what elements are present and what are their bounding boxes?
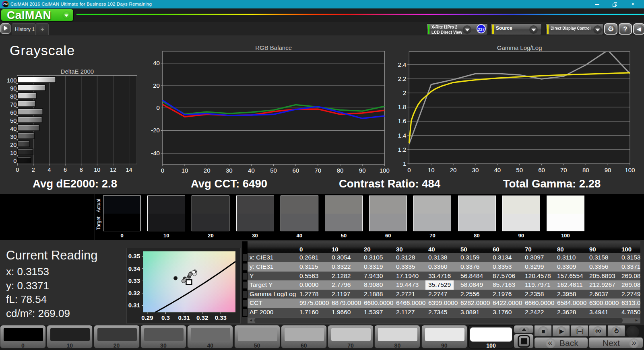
svg-text:6: 6 xyxy=(64,167,67,173)
svg-text:0.29: 0.29 xyxy=(141,314,153,321)
svg-text:12: 12 xyxy=(110,167,116,173)
svg-text:2: 2 xyxy=(32,167,35,173)
svg-text:90: 90 xyxy=(359,167,366,174)
svg-text:20: 20 xyxy=(204,167,211,174)
svg-text:1: 1 xyxy=(403,160,406,167)
svg-text:-20: -20 xyxy=(151,127,160,134)
svg-text:0: 0 xyxy=(407,167,411,173)
svg-text:2: 2 xyxy=(403,89,406,96)
svg-text:70: 70 xyxy=(315,167,322,174)
svg-text:-40: -40 xyxy=(151,150,160,156)
svg-text:60: 60 xyxy=(292,167,299,174)
svg-text:0.33: 0.33 xyxy=(215,314,227,321)
svg-text:1.8: 1.8 xyxy=(398,103,406,110)
svg-text:20: 20 xyxy=(153,82,160,89)
svg-text:60: 60 xyxy=(538,167,545,173)
svg-text:30: 30 xyxy=(10,134,17,140)
svg-text:40: 40 xyxy=(10,126,17,132)
svg-text:0.33: 0.33 xyxy=(128,277,140,284)
svg-text:0.32: 0.32 xyxy=(128,290,140,296)
svg-text:80: 80 xyxy=(582,167,589,173)
svg-text:0.32: 0.32 xyxy=(196,314,208,321)
svg-text:0: 0 xyxy=(13,158,17,164)
svg-text:80: 80 xyxy=(10,93,17,100)
svg-text:10: 10 xyxy=(428,167,435,173)
svg-text:50: 50 xyxy=(516,167,523,173)
svg-text:10: 10 xyxy=(182,167,188,174)
svg-text:1.2: 1.2 xyxy=(398,146,406,153)
svg-text:70: 70 xyxy=(10,101,17,108)
svg-text:14: 14 xyxy=(126,167,132,173)
svg-text:2.2: 2.2 xyxy=(398,75,406,82)
svg-text:40: 40 xyxy=(153,60,160,66)
svg-text:100: 100 xyxy=(625,167,635,173)
svg-text:50: 50 xyxy=(270,167,277,174)
svg-text:DeltaE 2000: DeltaE 2000 xyxy=(61,68,94,75)
svg-text:80: 80 xyxy=(337,167,344,174)
svg-text:0: 0 xyxy=(16,167,19,173)
svg-text:30: 30 xyxy=(226,167,233,174)
svg-text:40: 40 xyxy=(248,167,255,174)
svg-text:100: 100 xyxy=(7,77,17,84)
svg-text:20: 20 xyxy=(450,167,457,173)
svg-text:70: 70 xyxy=(560,167,567,173)
svg-text:10: 10 xyxy=(94,167,100,173)
svg-text:1.6: 1.6 xyxy=(398,117,406,124)
svg-text:0.31: 0.31 xyxy=(128,302,140,309)
svg-text:1.4: 1.4 xyxy=(398,132,406,139)
svg-text:20: 20 xyxy=(10,142,17,148)
svg-text:90: 90 xyxy=(605,167,611,173)
svg-text:2.4: 2.4 xyxy=(398,61,406,68)
svg-text:30: 30 xyxy=(472,167,479,173)
svg-text:50: 50 xyxy=(10,117,17,124)
svg-text:4: 4 xyxy=(47,167,51,173)
svg-text:60: 60 xyxy=(10,109,17,116)
svg-text:0.31: 0.31 xyxy=(178,314,190,321)
svg-text:Gamma Log/Log: Gamma Log/Log xyxy=(497,44,542,51)
svg-text:0.35: 0.35 xyxy=(128,253,140,259)
svg-text:0.34: 0.34 xyxy=(128,265,140,272)
svg-text:0: 0 xyxy=(157,104,160,111)
svg-text:40: 40 xyxy=(494,167,501,173)
svg-text:0: 0 xyxy=(161,167,164,174)
svg-text:100: 100 xyxy=(380,167,390,174)
svg-text:90: 90 xyxy=(10,85,17,92)
svg-text:RGB Balance: RGB Balance xyxy=(255,44,292,51)
svg-text:8: 8 xyxy=(80,167,83,173)
svg-text:0.3: 0.3 xyxy=(161,314,170,321)
svg-text:10: 10 xyxy=(10,150,17,156)
